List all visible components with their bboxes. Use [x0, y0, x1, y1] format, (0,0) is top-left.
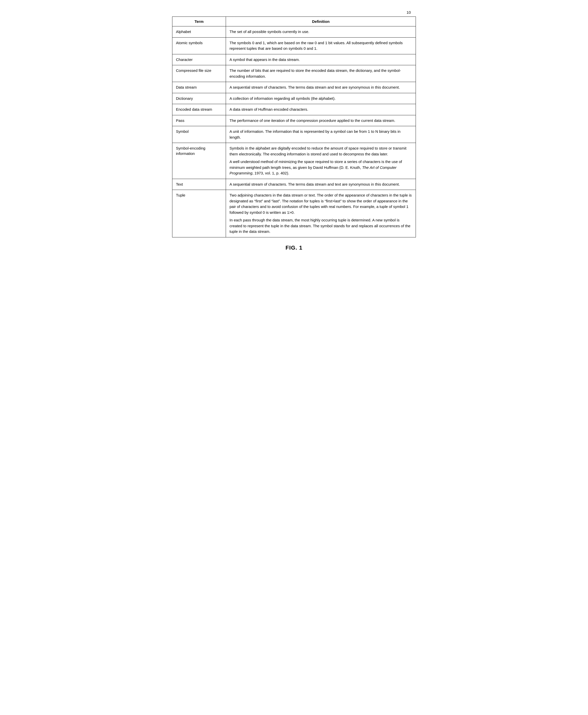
def-cell: The performance of one iteration of the … [226, 115, 416, 126]
header-definition: Definition [226, 17, 416, 26]
def-cell: A symbol that appears in the data stream… [226, 54, 416, 65]
table-row: Symbol-encoding informationSymbols in th… [172, 143, 416, 179]
term-cell: Tuple [172, 190, 226, 237]
term-cell: Symbol [172, 126, 226, 143]
table-row: CharacterA symbol that appears in the da… [172, 54, 416, 65]
page-number: 10 [406, 10, 411, 15]
table-row: DictionaryA collection of information re… [172, 93, 416, 104]
table-row: SymbolA unit of information. The informa… [172, 126, 416, 143]
table-row: Atomic symbolsThe symbols 0 and 1, which… [172, 37, 416, 54]
def-cell: A sequential stream of characters. The t… [226, 82, 416, 93]
term-cell: Encoded data stream [172, 104, 226, 115]
term-cell: Pass [172, 115, 226, 126]
def-cell: Symbols in the alphabet are digitally en… [226, 143, 416, 179]
term-cell: Character [172, 54, 226, 65]
def-cell: A data stream of Huffman encoded charact… [226, 104, 416, 115]
page-number-area: 10 [172, 10, 416, 15]
term-cell: Dictionary [172, 93, 226, 104]
def-cell: A sequential stream of characters. The t… [226, 179, 416, 190]
term-cell: Symbol-encoding information [172, 143, 226, 179]
table-row: AlphabetThe set of all possible symbols … [172, 26, 416, 38]
def-cell: The symbols 0 and 1, which are based on … [226, 37, 416, 54]
header-term: Term [172, 17, 226, 26]
table-row: PassThe performance of one iteration of … [172, 115, 416, 126]
table-row: TupleTwo adjoining characters in the dat… [172, 190, 416, 237]
table-row: Compressed file sizeThe number of bits t… [172, 65, 416, 82]
table-header-row: Term Definition [172, 17, 416, 26]
definitions-table: Term Definition AlphabetThe set of all p… [172, 17, 416, 237]
term-cell: Atomic symbols [172, 37, 226, 54]
figure-caption: FIG. 1 [286, 245, 302, 251]
def-cell: A collection of information regarding al… [226, 93, 416, 104]
table-row: Data streamA sequential stream of charac… [172, 82, 416, 93]
page-container: 10 Term Definition AlphabetThe set of al… [172, 10, 416, 251]
term-cell: Data stream [172, 82, 226, 93]
def-cell: A unit of information. The information t… [226, 126, 416, 143]
def-cell: The set of all possible symbols currentl… [226, 26, 416, 38]
term-cell: Alphabet [172, 26, 226, 38]
term-cell: Text [172, 179, 226, 190]
table-row: TextA sequential stream of characters. T… [172, 179, 416, 190]
def-cell: Two adjoining characters in the data str… [226, 190, 416, 237]
term-cell: Compressed file size [172, 65, 226, 82]
def-cell: The number of bits that are required to … [226, 65, 416, 82]
table-row: Encoded data streamA data stream of Huff… [172, 104, 416, 115]
